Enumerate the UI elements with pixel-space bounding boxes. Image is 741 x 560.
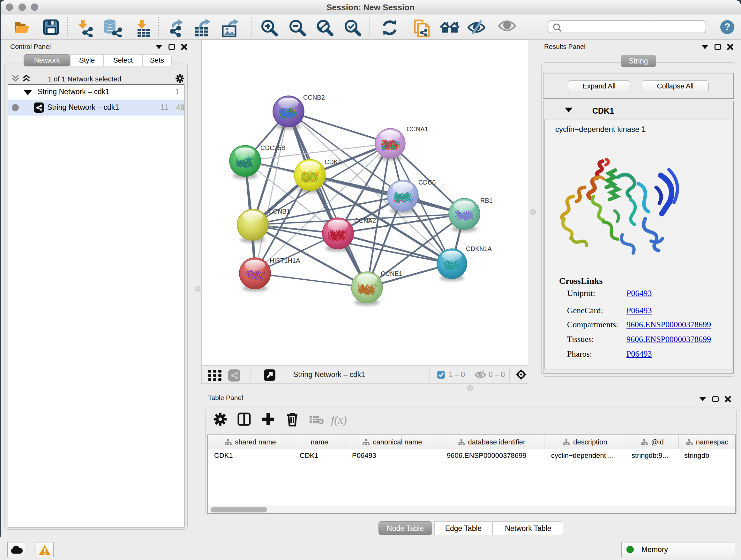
svg-text:CDC6: CDC6 — [418, 179, 435, 186]
svg-text:HIST1H1A: HIST1H1A — [270, 257, 300, 264]
svg-text:CDK1: CDK1 — [325, 159, 341, 165]
svg-text:CCNA2: CCNA2 — [354, 217, 376, 224]
svg-text:CCNE1: CCNE1 — [381, 270, 402, 277]
svg-text:RB1: RB1 — [480, 197, 493, 204]
svg-text:?: ? — [724, 21, 731, 33]
svg-text:CDKN1A: CDKN1A — [466, 245, 492, 252]
svg-text:CCNA1: CCNA1 — [407, 125, 428, 132]
svg-text:CDC25B: CDC25B — [260, 144, 286, 151]
svg-text:CCNB1: CCNB1 — [268, 208, 290, 215]
svg-text:CCNB2: CCNB2 — [303, 94, 325, 101]
